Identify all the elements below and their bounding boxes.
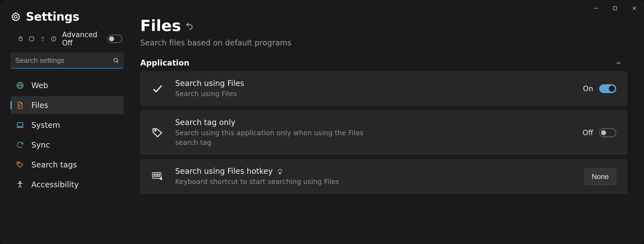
- page-title: Files: [140, 17, 181, 34]
- search-input[interactable]: [10, 53, 124, 69]
- toggle-state-label: On: [583, 85, 593, 93]
- advanced-toggle[interactable]: [108, 35, 122, 43]
- setting-files-hotkey: Search using Files hotkey Keyboard short…: [140, 159, 628, 194]
- gear-icon: [10, 12, 21, 22]
- sidebar-item-label: Files: [31, 101, 48, 110]
- toggle-search-using-files[interactable]: [599, 84, 616, 93]
- sidebar-item-files[interactable]: Files: [10, 96, 124, 114]
- accessibility-icon: [16, 180, 24, 189]
- sidebar-item-search-tags[interactable]: Search tags: [10, 156, 124, 174]
- svg-point-26: [157, 176, 158, 177]
- sidebar-item-label: Sync: [31, 140, 50, 150]
- setting-title: Search tag only: [175, 118, 573, 127]
- svg-point-8: [53, 37, 54, 38]
- setting-search-using-files: Search using Files Search using Files On: [140, 71, 628, 106]
- search-icon: [113, 57, 119, 64]
- tag-icon: [16, 161, 24, 169]
- setting-sub: Search using this application only when …: [175, 128, 373, 147]
- toolbar: Advanced Off: [10, 29, 124, 53]
- keyboard-shortcut-icon: [150, 169, 165, 184]
- sidebar-item-sync[interactable]: Sync: [10, 136, 124, 154]
- nav-list: Web Files System: [10, 76, 124, 194]
- sidebar-item-web[interactable]: Web: [10, 76, 124, 94]
- sidebar-item-accessibility[interactable]: Accessibility: [10, 175, 124, 194]
- section-header[interactable]: Application: [140, 58, 628, 71]
- svg-point-21: [155, 174, 156, 175]
- laptop-icon: [16, 121, 24, 129]
- svg-point-24: [154, 176, 155, 177]
- app-title: Settings: [26, 10, 79, 23]
- help-icon[interactable]: [40, 35, 46, 42]
- sidebar-item-label: Web: [31, 81, 48, 90]
- settings-cards: Search using Files Search using Files On…: [140, 71, 628, 194]
- search-wrap: [10, 53, 124, 69]
- svg-point-20: [154, 174, 155, 175]
- file-icon: [16, 101, 24, 109]
- hotkey-button[interactable]: None: [584, 168, 616, 185]
- window-controls: [586, 0, 644, 17]
- sidebar-item-label: System: [31, 121, 60, 130]
- setting-title: Search using Files: [175, 79, 573, 88]
- svg-rect-14: [17, 123, 23, 126]
- svg-point-27: [159, 176, 160, 177]
- sync-icon: [16, 141, 24, 149]
- svg-rect-1: [613, 7, 617, 10]
- sidebar-item-label: Search tags: [31, 160, 77, 169]
- bag-icon[interactable]: [18, 35, 24, 42]
- minimize-button[interactable]: [586, 0, 606, 17]
- svg-point-16: [18, 163, 19, 164]
- svg-point-25: [155, 176, 156, 177]
- svg-point-23: [159, 174, 160, 175]
- toggle-state-label: Off: [583, 129, 593, 137]
- section-title: Application: [140, 58, 189, 67]
- globe-icon: [16, 81, 24, 90]
- svg-point-9: [114, 58, 117, 62]
- svg-point-17: [20, 181, 21, 183]
- svg-point-4: [14, 15, 17, 18]
- svg-point-5: [42, 40, 43, 40]
- sidebar-item-label: Accessibility: [31, 180, 79, 189]
- setting-title: Search using Files hotkey: [175, 167, 273, 176]
- page-subtitle: Search files based on default programs: [140, 38, 628, 47]
- clock-refresh-icon[interactable]: [29, 35, 35, 42]
- toggle-search-tag-only[interactable]: [599, 128, 616, 137]
- sidebar-header: Settings: [10, 6, 124, 29]
- svg-rect-19: [152, 173, 161, 178]
- svg-point-22: [157, 174, 158, 175]
- info-icon[interactable]: [51, 35, 57, 42]
- tag-outline-icon: [150, 125, 165, 140]
- close-button[interactable]: [625, 0, 644, 17]
- sidebar: Settings Advanced Off: [0, 0, 129, 244]
- advanced-label: Advanced Off: [62, 31, 103, 47]
- sidebar-item-system[interactable]: System: [10, 116, 124, 134]
- settings-window: Settings Advanced Off: [0, 0, 644, 244]
- lightbulb-icon[interactable]: [277, 168, 283, 175]
- setting-sub: Search using Files: [175, 89, 373, 99]
- chevron-up-icon: [615, 59, 622, 67]
- setting-search-tag-only: Search tag only Search using this applic…: [140, 110, 628, 155]
- setting-sub: Keyboard shortcut to start searching usi…: [175, 177, 373, 186]
- svg-line-10: [117, 61, 118, 63]
- undo-icon[interactable]: [185, 21, 194, 30]
- maximize-button[interactable]: [606, 0, 625, 17]
- svg-point-18: [155, 130, 156, 131]
- main-panel: Files Search files based on default prog…: [129, 0, 644, 244]
- check-icon: [150, 81, 165, 96]
